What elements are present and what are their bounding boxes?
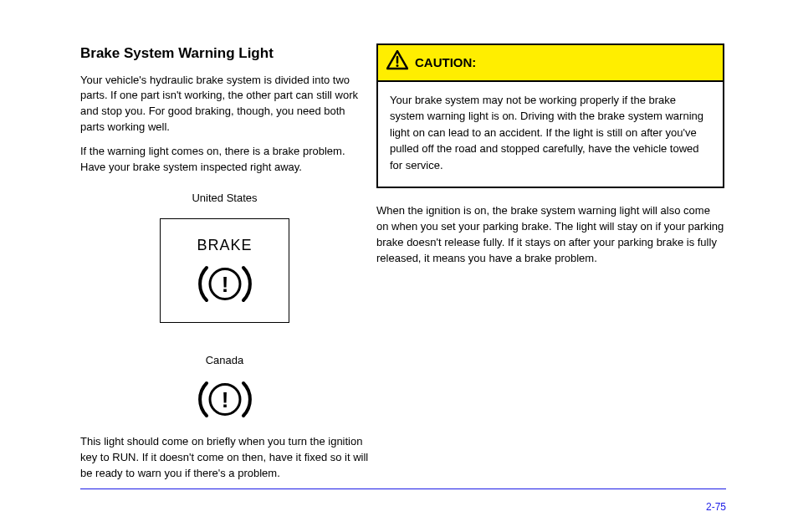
- canada-paragraph: This light should come on briefly when y…: [80, 434, 369, 482]
- svg-text:!: !: [221, 272, 228, 297]
- canada-label: Canada: [80, 353, 369, 369]
- canada-brake-symbol: !: [80, 376, 369, 422]
- caution-header: CAUTION:: [378, 45, 723, 82]
- page-number: 2-75: [706, 500, 726, 514]
- intro-paragraph: Your vehicle's hydraulic brake system is…: [80, 73, 369, 136]
- svg-point-5: [396, 64, 399, 67]
- united-states-label: United States: [80, 191, 369, 207]
- section-title: Brake System Warning Light: [80, 43, 369, 64]
- canada-block: Canada ! This light should come on brief…: [80, 353, 369, 482]
- brake-symbol-box: BRAKE !: [160, 218, 289, 323]
- united-states-block: United States BRAKE !: [80, 191, 369, 323]
- left-column: Brake System Warning Light Your vehicle'…: [80, 43, 369, 482]
- caution-body: Your brake system may not be working pro…: [378, 82, 723, 187]
- caution-box: CAUTION: Your brake system may not be wo…: [376, 43, 724, 188]
- right-body-paragraph: When the ignition is on, the brake syste…: [376, 203, 724, 266]
- svg-text:!: !: [221, 387, 228, 412]
- warning-light-paragraph: If the warning light comes on, there is …: [80, 144, 369, 176]
- footer-rule: [80, 489, 726, 489]
- right-column: CAUTION: Your brake system may not be wo…: [376, 43, 724, 267]
- caution-header-label: CAUTION:: [415, 54, 476, 72]
- warning-triangle-icon: [386, 50, 408, 75]
- brake-label: BRAKE: [197, 234, 252, 256]
- brake-warning-icon: !: [187, 261, 263, 307]
